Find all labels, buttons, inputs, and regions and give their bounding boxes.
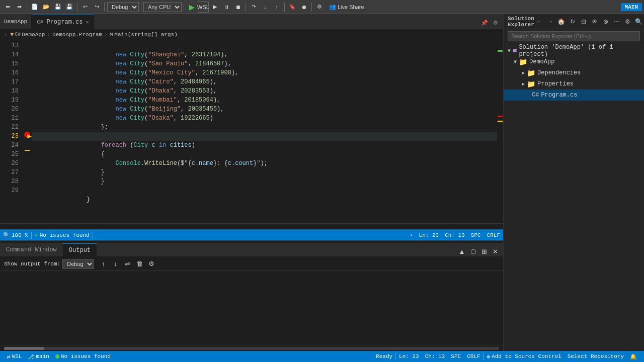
se-title: Solution Explorer (508, 16, 534, 28)
redo-btn[interactable]: ↪ (91, 2, 102, 13)
se-search-input[interactable] (508, 31, 640, 41)
step-over-btn[interactable]: ↷ (248, 2, 259, 13)
se-collapse-btn[interactable]: ⊟ (579, 17, 589, 27)
panel-float-btn[interactable]: ⬡ (468, 246, 478, 256)
status-line-ending[interactable]: CRLF (464, 353, 483, 359)
editor-area: DemoApp C# Program.cs ✕ 📌 ⚙ › ▼ C# DemoA… (0, 14, 503, 351)
bookmark-btn[interactable]: 🔖 (287, 2, 298, 13)
se-refresh-btn[interactable]: ↻ (568, 17, 578, 27)
se-item-demoapp[interactable]: ▼ 📁 DemoApp (504, 56, 644, 67)
line-ending[interactable]: CRLF (484, 232, 503, 238)
forward-btn[interactable]: ➡ (14, 2, 25, 13)
output-scrollbar-thumb[interactable] (4, 347, 44, 350)
settings-btn[interactable]: ⚙ (314, 2, 325, 13)
step-out-btn[interactable]: ↑ (271, 2, 282, 13)
code-line-27: } (32, 168, 497, 177)
new-file-btn[interactable]: 📄 (29, 2, 40, 13)
se-home-btn[interactable]: 🏠 (556, 17, 567, 27)
output-scroll-up-btn[interactable]: ↑ (98, 259, 108, 269)
start-with-debugging-btn[interactable]: ▶ (209, 2, 220, 13)
code-line-26: } (32, 159, 497, 168)
status-spaces[interactable]: SPC (448, 353, 464, 359)
status-col[interactable]: Ch: 13 (422, 353, 448, 359)
se-settings-btn[interactable]: ⚙ (623, 17, 633, 27)
debug-config-select[interactable]: Debug (107, 2, 139, 12)
output-source-select[interactable]: Debug (62, 259, 94, 269)
issues-status[interactable]: ✔ No issues found (32, 230, 93, 240)
output-scrollbar-track (4, 347, 499, 350)
se-show-all-btn[interactable]: 👁 (590, 17, 600, 27)
status-ready[interactable]: Ready (373, 353, 395, 359)
code-line-18: new City("Mumbai", 20185064), (32, 86, 497, 96)
zoom-level[interactable]: 🔍 100 % (0, 230, 31, 240)
breadcrumb-method-icon: M (110, 32, 113, 38)
output-word-wrap-btn[interactable]: ⇌ (122, 259, 132, 269)
status-select-repository[interactable]: Select Repository (565, 353, 627, 359)
se-filter-btn[interactable]: ⊗ (601, 17, 611, 27)
code-area[interactable]: new City("Shanghai", 26317104), new City… (32, 40, 497, 223)
step-into-btn[interactable]: ↓ (260, 2, 271, 13)
se-dependencies-label: Dependencies (537, 69, 581, 76)
cpu-config-select[interactable]: Any CPU (143, 2, 182, 12)
breadcrumb-method[interactable]: Main(string[] args) (114, 32, 177, 38)
breadcrumb-file-icon: C# (15, 32, 21, 37)
remote-icon: ⇄ (7, 353, 11, 360)
breakpoint-btn[interactable]: ⏺ (298, 2, 309, 13)
pause-btn[interactable]: ⏸ (221, 2, 232, 13)
play-btn[interactable]: ▶ (186, 2, 197, 13)
panel-dock-btn[interactable]: ⊞ (479, 246, 489, 256)
panel-up-btn[interactable]: ▲ (457, 246, 467, 256)
se-more-btn[interactable]: ⋯ (612, 17, 622, 27)
breadcrumb-project[interactable]: DemoApp (22, 32, 45, 38)
stop-btn[interactable]: ⏹ (232, 2, 244, 13)
panel-close-btn[interactable]: ✕ (490, 246, 500, 256)
back-btn[interactable]: ⬅ (2, 2, 13, 13)
live-share-label: Live Share (338, 4, 364, 10)
se-item-dependencies[interactable]: ▶ 📁 Dependencies (504, 67, 644, 78)
spaces-label: SPC (451, 353, 461, 359)
encoding[interactable]: SPC (468, 232, 484, 238)
horizontal-scrollbar[interactable] (0, 223, 503, 229)
tab-programcs[interactable]: C# Program.cs ✕ (32, 15, 94, 29)
save-btn[interactable]: 💾 (52, 2, 63, 13)
tab-programcs-close[interactable]: ✕ (86, 19, 89, 25)
breadcrumb-file[interactable]: DemoApp.Program (52, 32, 102, 38)
dep-folder-icon: 📁 (527, 69, 535, 77)
status-remote[interactable]: ⇄ WSL (4, 351, 25, 362)
status-issues[interactable]: No issues found (52, 351, 114, 362)
scroll-right-indicator[interactable]: › (407, 232, 416, 238)
breadcrumb-dropdown-icon: ▼ (11, 32, 14, 38)
output-scroll-down-btn[interactable]: ↓ (110, 259, 120, 269)
status-notifications[interactable]: 🔔 (627, 353, 640, 360)
se-item-programcs[interactable]: C# Program.cs (504, 89, 644, 101)
breadcrumb-sep1: › (47, 32, 50, 38)
pin-editor-btn[interactable]: 📌 (479, 17, 490, 28)
line-position[interactable]: Ln: 23 (416, 232, 442, 238)
gutter: ▶ (23, 40, 32, 223)
save-all-btn[interactable]: 💾 (64, 2, 75, 13)
status-bar: ⇄ WSL ⎇ main No issues found Ready Ln: 2… (0, 351, 644, 362)
output-tab-label: Output (69, 247, 91, 254)
output-settings-btn[interactable]: ⚙ (146, 259, 156, 269)
status-add-source-control[interactable]: ⊕ Add to Source Control (484, 353, 565, 360)
open-btn[interactable]: 📂 (41, 2, 52, 13)
editor-options-btn[interactable]: ⚙ (490, 17, 501, 28)
status-line[interactable]: Ln: 23 (396, 353, 422, 359)
se-item-properties[interactable]: ▶ 📁 Properties (504, 78, 644, 89)
output-scrollbar[interactable] (0, 345, 503, 351)
se-back-btn[interactable]: ← (534, 17, 544, 27)
live-share-btn[interactable]: 👥 Live Share (326, 3, 367, 11)
status-branch[interactable]: ⎇ main (25, 351, 52, 362)
output-clear-btn[interactable]: 🗑 (134, 259, 144, 269)
status-right: Ready Ln: 23 Ch: 13 SPC CRLF ⊕ Add to So… (373, 353, 640, 360)
se-forward-btn[interactable]: → (545, 17, 555, 27)
ln-27: 27 (0, 168, 19, 177)
wsl-btn[interactable]: WSL (198, 2, 209, 13)
tab-output[interactable]: Output (63, 243, 97, 256)
se-item-solution[interactable]: ▼ ■ Solution 'DemoApp' (1 of 1 project) (504, 45, 644, 56)
col-position[interactable]: Ch: 13 (442, 232, 468, 238)
undo-btn[interactable]: ↩ (79, 2, 91, 13)
tab-demoapp[interactable]: DemoApp (0, 15, 32, 29)
tab-command-window[interactable]: Command Window (0, 243, 63, 256)
se-search-btn[interactable]: 🔍 (634, 17, 644, 27)
